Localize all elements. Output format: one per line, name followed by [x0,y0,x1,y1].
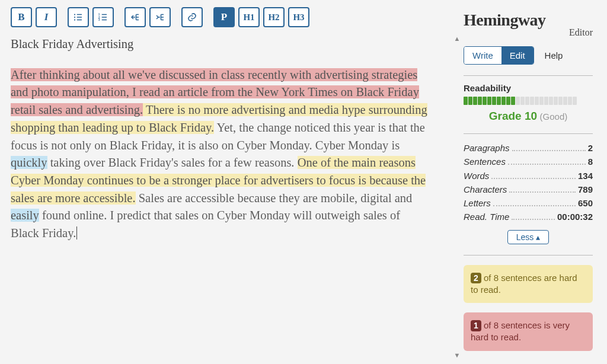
tip-hard[interactable]: 2 of 8 sentences are hard to read. [464,265,593,304]
scrollbar[interactable]: ▲ ▼ [453,34,461,359]
tip-vhard-text: of 8 sentences is very hard to read. [471,320,570,342]
text-plain: taking over Black Friday's sales for a f… [47,156,298,169]
readability-tick [506,97,510,105]
readability-tick [554,97,558,105]
edit-tab[interactable]: Edit [501,47,533,64]
editor-content[interactable]: Black Friday Advertising After thinking … [11,36,453,242]
tip-hard-text: of 8 sentences are hard to read. [471,273,577,295]
readability-tick [535,97,539,105]
readability-tick [473,97,477,105]
readability-label: Readability [464,83,593,93]
grade-note: (Good) [540,111,568,122]
brand-name: Hemingway [464,11,546,29]
readability-tick [492,97,496,105]
svg-text:3: 3 [98,18,100,21]
scroll-up-icon[interactable]: ▲ [453,34,461,43]
readability-tick [464,97,468,105]
text-plain: found online. I predict that sales on Cy… [11,209,400,240]
stat-readtime: Read. Time00:00:32 [464,210,593,223]
grade-value: Grade 10 [489,110,537,122]
editor-pane: B I 123 P H1 H2 H3 Black Friday Advertis… [0,0,464,364]
highlight-adverb: quickly [11,156,47,169]
list-ul-icon [73,12,84,23]
h1-button[interactable]: H1 [238,7,260,27]
readability-tick [516,97,520,105]
stat-characters: Characters789 [464,183,593,196]
stats: Paragraphs2 Sentences8 Words134 Characte… [464,141,593,224]
tip-hard-count: 2 [471,273,481,284]
bold-button[interactable]: B [11,7,32,27]
readability-tick [568,97,572,105]
scroll-down-icon[interactable]: ▼ [453,351,461,359]
link-button[interactable] [181,7,203,27]
link-icon [187,12,197,23]
readability-tick [487,97,491,105]
readability-tick [468,97,472,105]
list-ol-icon: 123 [98,12,108,23]
stat-paragraphs: Paragraphs2 [464,141,593,155]
readability-tick [558,97,563,105]
readability-tick [544,97,548,105]
readability-bar [464,97,593,105]
highlight-adverb: easily [11,209,39,222]
number-list-button[interactable]: 123 [92,7,114,27]
readability-tick [497,97,501,105]
readability-tick [525,97,529,105]
brand: Hemingway Editor [464,11,593,38]
stat-letters: Letters650 [464,196,593,210]
mode-tabs: Write Edit Help [464,46,593,65]
less-button[interactable]: Less ▴ [507,230,549,244]
indent-button[interactable] [149,7,171,27]
tip-vhard-count: 1 [471,320,481,331]
help-link[interactable]: Help [545,50,563,60]
paragraph-button[interactable]: P [213,7,235,27]
readability-tick [549,97,553,105]
readability-tick [511,97,515,105]
readability-tick [563,97,567,105]
sidebar: Hemingway Editor Write Edit Help Readabi… [464,0,607,364]
text-cursor [76,226,77,240]
readability-tick [501,97,506,105]
stat-sentences: Sentences8 [464,155,593,168]
document-title[interactable]: Black Friday Advertising [11,36,429,53]
readability-tick [520,97,525,105]
bullet-list-button[interactable] [68,7,89,27]
outdent-button[interactable] [124,7,146,27]
readability-tick [483,97,487,105]
stat-words: Words134 [464,169,593,183]
readability-tick [478,97,482,105]
svg-point-2 [74,17,75,18]
toolbar: B I 123 P H1 H2 H3 [11,7,453,27]
h3-button[interactable]: H3 [288,7,309,27]
svg-point-4 [74,19,75,20]
readability-tick [539,97,544,105]
svg-point-0 [74,14,75,15]
indent-icon [155,12,165,23]
text-plain: Sales are accessible because they are mo… [136,191,413,205]
italic-button[interactable]: I [36,7,57,27]
readability-tick [530,97,534,105]
write-tab[interactable]: Write [464,47,501,64]
readability-tick [573,97,577,105]
readability-grade: Grade 10 (Good) [464,110,593,123]
outdent-icon [130,12,140,23]
h2-button[interactable]: H2 [263,7,285,27]
tip-very-hard[interactable]: 1 of 8 sentences is very hard to read. [464,312,593,351]
document-paragraph[interactable]: After thinking about all we've discussed… [11,66,429,242]
